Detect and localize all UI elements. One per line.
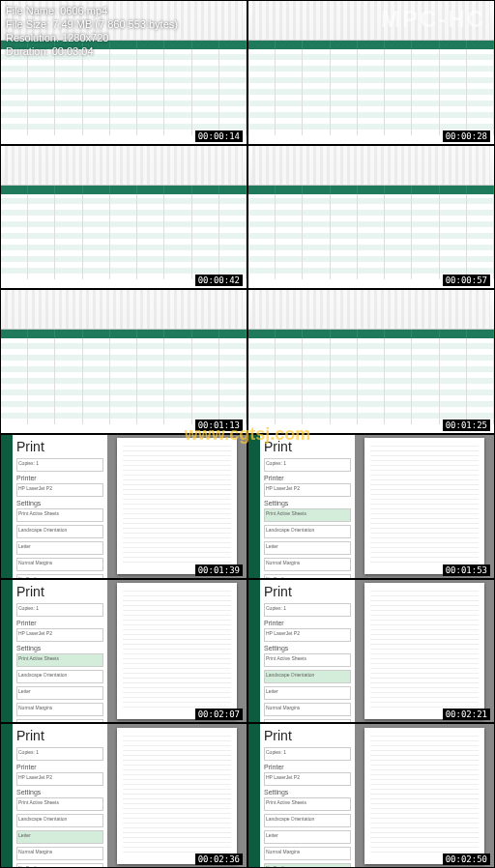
thumb-12[interactable]: Print Copies: 1 Printer HP LaserJet P2 S… xyxy=(248,723,495,868)
thumb-9[interactable]: Print Copies: 1 Printer HP LaserJet P2 S… xyxy=(0,579,248,724)
timestamp: 00:00:14 xyxy=(195,130,243,142)
print-what-select: Print Active Sheets xyxy=(16,508,103,522)
preview-page xyxy=(117,438,237,574)
thumb-3[interactable]: 00:00:42 xyxy=(0,145,248,290)
file-info-overlay: File Name: 0606.mp4 File Size: 7,49 MB (… xyxy=(6,4,178,58)
thumb-10[interactable]: Print Copies: 1 Printer HP LaserJet P2 S… xyxy=(248,579,495,724)
thumb-6[interactable]: 00:01:25 xyxy=(248,289,495,434)
print-nav-sidebar xyxy=(1,435,13,578)
print-preview-area xyxy=(107,435,247,578)
printer-section-label: Printer xyxy=(16,475,103,481)
orientation-select: Landscape Orientation xyxy=(16,525,103,538)
printer-select: HP LaserJet P2 xyxy=(16,483,103,497)
thumb-5[interactable]: 00:01:13 xyxy=(0,289,248,434)
thumb-11[interactable]: Print Copies: 1 Printer HP LaserJet P2 S… xyxy=(0,723,248,868)
paper-select: Letter xyxy=(16,541,103,555)
print-heading: Print xyxy=(16,439,103,454)
thumbnail-grid: 00:00:14 00:00:28 00:00:42 00:00:57 00:0 xyxy=(0,0,495,868)
copies-field: Copies: 1 xyxy=(16,458,103,472)
margins-select: Normal Margins xyxy=(16,558,103,571)
thumb-7[interactable]: Print Copies: 1 Printer HP LaserJet P2 S… xyxy=(0,434,248,579)
player-logo: MPC-HC xyxy=(381,6,485,33)
settings-section-label: Settings xyxy=(16,500,103,506)
thumb-8[interactable]: Print Copies: 1 Printer HP LaserJet P2 S… xyxy=(248,434,495,579)
print-settings-panel: Print Copies: 1 Printer HP LaserJet P2 S… xyxy=(13,435,107,578)
thumb-4[interactable]: 00:00:57 xyxy=(248,145,495,290)
